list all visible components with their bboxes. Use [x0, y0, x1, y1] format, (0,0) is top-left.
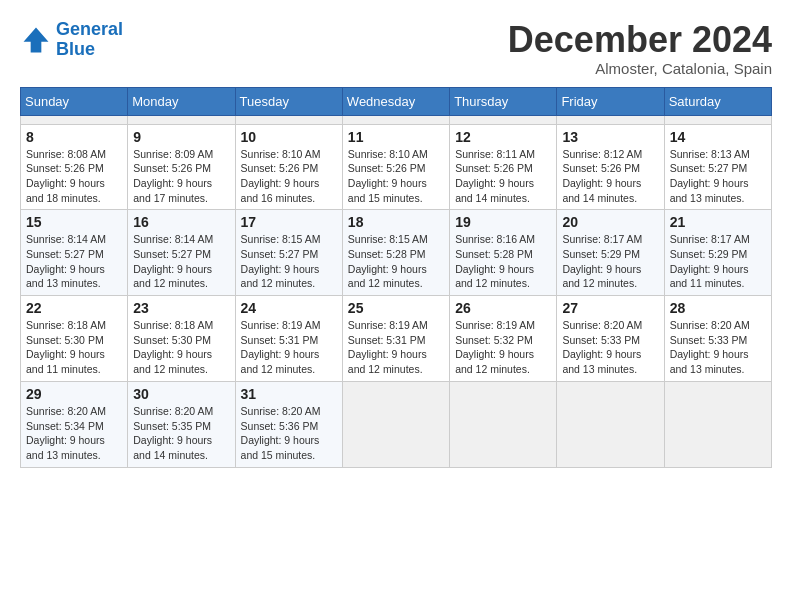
calendar-day-cell: 19Sunrise: 8:16 AMSunset: 5:28 PMDayligh… [450, 210, 557, 296]
calendar-day-cell: 11Sunrise: 8:10 AMSunset: 5:26 PMDayligh… [342, 124, 449, 210]
calendar-day-cell: 21Sunrise: 8:17 AMSunset: 5:29 PMDayligh… [664, 210, 771, 296]
weekday-header: Saturday [664, 87, 771, 115]
calendar-day-cell: 30Sunrise: 8:20 AMSunset: 5:35 PMDayligh… [128, 381, 235, 467]
day-info: Sunrise: 8:17 AMSunset: 5:29 PMDaylight:… [670, 232, 766, 291]
calendar-day-cell [664, 381, 771, 467]
calendar-day-cell [557, 115, 664, 124]
day-info: Sunrise: 8:15 AMSunset: 5:28 PMDaylight:… [348, 232, 444, 291]
day-number: 19 [455, 214, 551, 230]
calendar-day-cell: 10Sunrise: 8:10 AMSunset: 5:26 PMDayligh… [235, 124, 342, 210]
page-header: General Blue December 2024 Almoster, Cat… [20, 20, 772, 77]
day-number: 31 [241, 386, 337, 402]
calendar-day-cell [342, 115, 449, 124]
calendar-body: 8Sunrise: 8:08 AMSunset: 5:26 PMDaylight… [21, 115, 772, 467]
day-number: 17 [241, 214, 337, 230]
day-info: Sunrise: 8:18 AMSunset: 5:30 PMDaylight:… [26, 318, 122, 377]
weekday-header: Tuesday [235, 87, 342, 115]
weekday-header: Wednesday [342, 87, 449, 115]
day-number: 11 [348, 129, 444, 145]
calendar-day-cell: 22Sunrise: 8:18 AMSunset: 5:30 PMDayligh… [21, 296, 128, 382]
calendar-day-cell: 28Sunrise: 8:20 AMSunset: 5:33 PMDayligh… [664, 296, 771, 382]
weekday-header: Friday [557, 87, 664, 115]
calendar-day-cell: 20Sunrise: 8:17 AMSunset: 5:29 PMDayligh… [557, 210, 664, 296]
day-number: 29 [26, 386, 122, 402]
day-info: Sunrise: 8:20 AMSunset: 5:33 PMDaylight:… [562, 318, 658, 377]
day-number: 25 [348, 300, 444, 316]
weekday-header: Monday [128, 87, 235, 115]
calendar-day-cell [557, 381, 664, 467]
calendar-day-cell [235, 115, 342, 124]
weekday-header: Sunday [21, 87, 128, 115]
calendar-day-cell: 15Sunrise: 8:14 AMSunset: 5:27 PMDayligh… [21, 210, 128, 296]
day-info: Sunrise: 8:20 AMSunset: 5:35 PMDaylight:… [133, 404, 229, 463]
day-number: 9 [133, 129, 229, 145]
day-info: Sunrise: 8:19 AMSunset: 5:31 PMDaylight:… [348, 318, 444, 377]
day-info: Sunrise: 8:14 AMSunset: 5:27 PMDaylight:… [26, 232, 122, 291]
day-number: 20 [562, 214, 658, 230]
day-info: Sunrise: 8:19 AMSunset: 5:32 PMDaylight:… [455, 318, 551, 377]
day-number: 13 [562, 129, 658, 145]
day-number: 28 [670, 300, 766, 316]
day-info: Sunrise: 8:12 AMSunset: 5:26 PMDaylight:… [562, 147, 658, 206]
day-info: Sunrise: 8:20 AMSunset: 5:33 PMDaylight:… [670, 318, 766, 377]
day-number: 12 [455, 129, 551, 145]
logo-icon [20, 24, 52, 56]
day-number: 26 [455, 300, 551, 316]
calendar-day-cell [342, 381, 449, 467]
day-info: Sunrise: 8:20 AMSunset: 5:34 PMDaylight:… [26, 404, 122, 463]
calendar-day-cell: 17Sunrise: 8:15 AMSunset: 5:27 PMDayligh… [235, 210, 342, 296]
day-info: Sunrise: 8:16 AMSunset: 5:28 PMDaylight:… [455, 232, 551, 291]
calendar-day-cell: 31Sunrise: 8:20 AMSunset: 5:36 PMDayligh… [235, 381, 342, 467]
day-number: 8 [26, 129, 122, 145]
calendar-day-cell: 26Sunrise: 8:19 AMSunset: 5:32 PMDayligh… [450, 296, 557, 382]
day-number: 15 [26, 214, 122, 230]
day-info: Sunrise: 8:18 AMSunset: 5:30 PMDaylight:… [133, 318, 229, 377]
day-info: Sunrise: 8:15 AMSunset: 5:27 PMDaylight:… [241, 232, 337, 291]
calendar-day-cell: 13Sunrise: 8:12 AMSunset: 5:26 PMDayligh… [557, 124, 664, 210]
day-number: 18 [348, 214, 444, 230]
location-subtitle: Almoster, Catalonia, Spain [508, 60, 772, 77]
calendar-week-row: 8Sunrise: 8:08 AMSunset: 5:26 PMDaylight… [21, 124, 772, 210]
calendar-day-cell: 25Sunrise: 8:19 AMSunset: 5:31 PMDayligh… [342, 296, 449, 382]
day-info: Sunrise: 8:11 AMSunset: 5:26 PMDaylight:… [455, 147, 551, 206]
day-info: Sunrise: 8:10 AMSunset: 5:26 PMDaylight:… [241, 147, 337, 206]
calendar-day-cell: 14Sunrise: 8:13 AMSunset: 5:27 PMDayligh… [664, 124, 771, 210]
calendar-day-cell [21, 115, 128, 124]
day-number: 22 [26, 300, 122, 316]
weekday-row: SundayMondayTuesdayWednesdayThursdayFrid… [21, 87, 772, 115]
day-info: Sunrise: 8:08 AMSunset: 5:26 PMDaylight:… [26, 147, 122, 206]
calendar-day-cell: 9Sunrise: 8:09 AMSunset: 5:26 PMDaylight… [128, 124, 235, 210]
day-info: Sunrise: 8:13 AMSunset: 5:27 PMDaylight:… [670, 147, 766, 206]
calendar-table: SundayMondayTuesdayWednesdayThursdayFrid… [20, 87, 772, 468]
title-block: December 2024 Almoster, Catalonia, Spain [508, 20, 772, 77]
day-number: 10 [241, 129, 337, 145]
day-number: 24 [241, 300, 337, 316]
calendar-week-row: 15Sunrise: 8:14 AMSunset: 5:27 PMDayligh… [21, 210, 772, 296]
svg-marker-0 [24, 27, 49, 52]
month-title: December 2024 [508, 20, 772, 60]
calendar-day-cell [128, 115, 235, 124]
calendar-day-cell [664, 115, 771, 124]
day-number: 27 [562, 300, 658, 316]
calendar-week-row: 22Sunrise: 8:18 AMSunset: 5:30 PMDayligh… [21, 296, 772, 382]
weekday-header: Thursday [450, 87, 557, 115]
calendar-day-cell: 18Sunrise: 8:15 AMSunset: 5:28 PMDayligh… [342, 210, 449, 296]
day-number: 30 [133, 386, 229, 402]
calendar-day-cell: 27Sunrise: 8:20 AMSunset: 5:33 PMDayligh… [557, 296, 664, 382]
calendar-day-cell: 29Sunrise: 8:20 AMSunset: 5:34 PMDayligh… [21, 381, 128, 467]
day-info: Sunrise: 8:09 AMSunset: 5:26 PMDaylight:… [133, 147, 229, 206]
day-info: Sunrise: 8:17 AMSunset: 5:29 PMDaylight:… [562, 232, 658, 291]
calendar-day-cell: 12Sunrise: 8:11 AMSunset: 5:26 PMDayligh… [450, 124, 557, 210]
calendar-day-cell [450, 381, 557, 467]
calendar-day-cell: 24Sunrise: 8:19 AMSunset: 5:31 PMDayligh… [235, 296, 342, 382]
logo-text: General Blue [56, 20, 123, 60]
calendar-header: SundayMondayTuesdayWednesdayThursdayFrid… [21, 87, 772, 115]
day-number: 14 [670, 129, 766, 145]
day-info: Sunrise: 8:20 AMSunset: 5:36 PMDaylight:… [241, 404, 337, 463]
day-info: Sunrise: 8:19 AMSunset: 5:31 PMDaylight:… [241, 318, 337, 377]
day-info: Sunrise: 8:14 AMSunset: 5:27 PMDaylight:… [133, 232, 229, 291]
calendar-day-cell: 23Sunrise: 8:18 AMSunset: 5:30 PMDayligh… [128, 296, 235, 382]
day-number: 23 [133, 300, 229, 316]
calendar-day-cell: 8Sunrise: 8:08 AMSunset: 5:26 PMDaylight… [21, 124, 128, 210]
day-number: 21 [670, 214, 766, 230]
